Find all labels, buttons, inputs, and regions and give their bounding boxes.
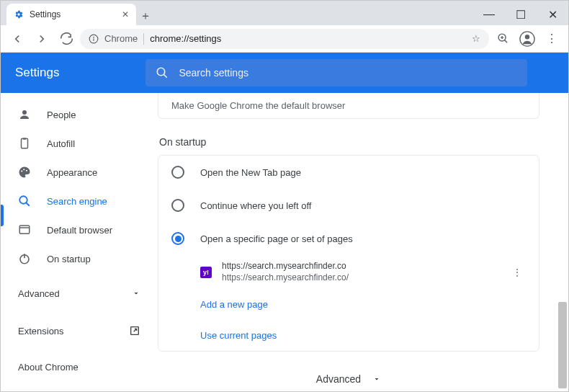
svg-rect-9 [23,138,27,140]
sidebar-item-autofill[interactable]: Autofill [1,129,158,158]
radio-specific-page[interactable]: Open a specific page or set of pages [158,222,539,255]
sidebar-extensions[interactable]: Extensions [1,316,158,345]
svg-rect-14 [19,226,30,233]
radio-continue[interactable]: Continue where you left off [158,189,539,222]
svg-point-12 [26,170,27,172]
back-button[interactable] [6,28,28,50]
open-external-icon [129,325,140,337]
url-separator [143,33,144,45]
maximize-button[interactable]: ☐ [505,4,537,25]
site-info-icon [89,34,99,44]
startup-page-row: y! https://search.mysearchfinder.co http… [158,255,539,289]
startup-card: Open the New Tab page Continue where you… [158,155,539,352]
browser-tab[interactable]: Settings ✕ [6,4,136,25]
chevron-down-icon [372,375,381,383]
scrollbar-thumb[interactable] [558,302,567,388]
add-page-link[interactable]: Add a new page [158,289,539,320]
radio-label: Open the New Tab page [200,167,301,178]
radio-icon-selected [171,232,184,245]
main-panel: Make Google Chrome the default browser O… [158,93,568,391]
browser-toolbar: Chrome chrome://settings ☆ ⋮ [1,25,568,53]
sidebar-item-on-startup[interactable]: On startup [1,244,158,273]
radio-label: Continue where you left off [200,200,311,211]
use-current-link[interactable]: Use current pages [158,320,539,351]
bookmark-icon[interactable]: ☆ [472,33,480,44]
menu-button[interactable]: ⋮ [541,28,563,50]
sidebar-item-label: People [47,110,76,120]
sidebar-item-label: Search engine [47,196,107,207]
address-bar[interactable]: Chrome chrome://settings ☆ [80,29,489,49]
person-icon [18,108,31,121]
search-icon [156,66,169,79]
svg-point-1 [93,36,94,37]
settings-header: Settings [1,53,568,93]
sidebar-item-label: Autofill [47,138,75,149]
advanced-label: Advanced [18,288,60,299]
sidebar-item-label: Default browser [47,225,112,236]
svg-point-7 [22,110,27,115]
radio-icon [171,199,184,212]
radio-icon [171,166,184,179]
sidebar-advanced[interactable]: Advanced [1,277,158,309]
sidebar-item-appearance[interactable]: Appearance [1,158,158,187]
svg-point-11 [23,169,24,170]
page-text: https://search.mysearchfinder.co https:/… [222,261,349,283]
bottom-advanced[interactable]: Advanced [158,373,539,385]
profile-button[interactable] [516,28,538,50]
sidebar-item-people[interactable]: People [1,100,158,129]
url-text: chrome://settings [150,33,221,44]
about-label: About Chrome [18,362,79,373]
svg-point-5 [525,35,529,39]
sidebar-item-label: On startup [47,254,91,264]
chevron-down-icon [132,289,140,298]
forward-button[interactable] [31,28,53,50]
url-scheme: Chrome [104,33,138,44]
minimize-button[interactable]: — [473,4,505,25]
radio-new-tab[interactable]: Open the New Tab page [158,156,539,189]
radio-label: Open a specific page or set of pages [200,233,353,244]
new-tab-button[interactable]: ＋ [136,6,155,25]
zoom-button[interactable] [492,28,514,50]
close-window-button[interactable]: ✕ [537,4,568,25]
window-controls: — ☐ ✕ [473,4,568,25]
page-title: https://search.mysearchfinder.co [222,261,349,272]
favicon-icon: y! [200,267,212,278]
sidebar-item-search-engine[interactable]: Search engine [1,187,158,215]
page-url: https://search.mysearchfinder.co/ [222,272,349,284]
svg-rect-2 [93,38,94,41]
sidebar-item-default-browser[interactable]: Default browser [1,215,158,244]
power-icon [18,252,31,265]
settings-icon [14,9,24,19]
default-browser-strip: Make Google Chrome the default browser [158,93,539,119]
search-settings-box[interactable] [145,59,527,86]
svg-point-13 [19,196,27,204]
tab-title: Settings [30,9,61,19]
window-titlebar: Settings ✕ ＋ — ☐ ✕ [1,1,568,25]
active-indicator [1,205,4,226]
advanced-label: Advanced [316,373,361,385]
sidebar-about[interactable]: About Chrome [1,352,158,381]
settings-body: People Autofill Appearance Search engine… [1,93,568,391]
page-menu-button[interactable]: ⋮ [508,263,526,282]
sidebar: People Autofill Appearance Search engine… [1,93,158,391]
close-tab-icon[interactable]: ✕ [122,9,129,19]
extensions-label: Extensions [18,326,64,337]
search-icon [18,195,31,208]
palette-icon [18,166,31,179]
reload-button[interactable] [55,28,77,50]
clipboard-icon [18,137,31,150]
section-title: On startup [159,136,555,148]
sidebar-item-label: Appearance [47,167,97,178]
svg-point-10 [21,170,22,172]
page-content: Settings People Autofill Appearance Sear… [1,53,568,391]
settings-title: Settings [15,66,59,80]
browser-icon [18,223,31,236]
svg-point-6 [158,68,166,76]
svg-rect-8 [22,138,28,148]
search-settings-input[interactable] [179,67,517,79]
